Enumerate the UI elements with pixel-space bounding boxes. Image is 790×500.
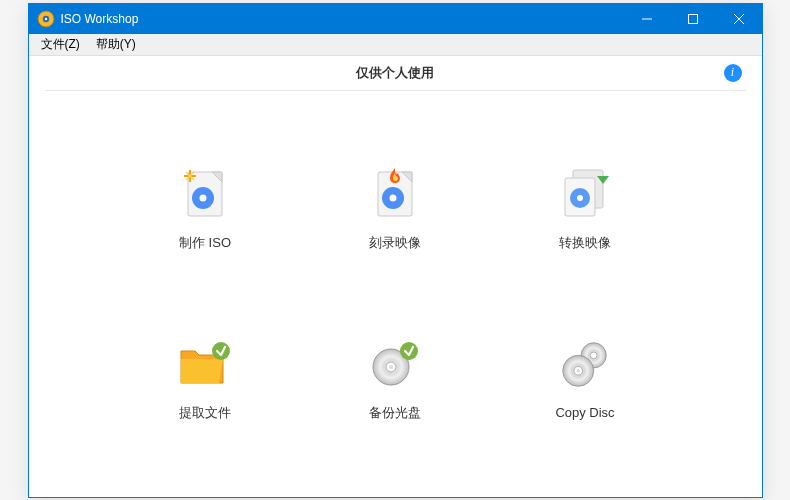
personal-use-notice: 仅供个人使用 <box>356 64 434 82</box>
minimize-button[interactable] <box>624 4 670 34</box>
maximize-button[interactable] <box>670 4 716 34</box>
tile-make-iso-label: 制作 ISO <box>179 234 231 252</box>
menu-help[interactable]: 帮助(Y) <box>88 34 144 55</box>
make-iso-icon <box>177 166 233 222</box>
menu-file[interactable]: 文件(Z) <box>33 34 88 55</box>
svg-point-24 <box>389 365 393 369</box>
tile-copy-disc-label: Copy Disc <box>555 405 614 420</box>
burn-image-icon <box>367 166 423 222</box>
svg-rect-4 <box>688 14 697 23</box>
info-icon[interactable]: i <box>724 64 742 82</box>
svg-point-20 <box>577 195 583 201</box>
tile-backup-disc-label: 备份光盘 <box>369 404 421 422</box>
tile-extract-files-label: 提取文件 <box>179 404 231 422</box>
svg-point-16 <box>390 194 397 201</box>
svg-point-30 <box>577 369 580 372</box>
titlebar: ISO Workshop <box>29 4 762 34</box>
tile-burn-image-label: 刻录映像 <box>369 234 421 252</box>
extract-files-icon <box>177 336 233 392</box>
tile-backup-disc[interactable]: 备份光盘 <box>320 314 470 444</box>
tile-make-iso[interactable]: 制作 ISO <box>130 144 280 274</box>
tile-copy-disc[interactable]: Copy Disc <box>510 314 660 444</box>
copy-disc-icon <box>557 337 613 393</box>
tile-extract-files[interactable]: 提取文件 <box>130 314 280 444</box>
app-icon <box>37 10 55 28</box>
close-button[interactable] <box>716 4 762 34</box>
tile-convert-image[interactable]: 转换映像 <box>510 144 660 274</box>
svg-point-9 <box>200 194 207 201</box>
header: 仅供个人使用 i <box>29 56 762 90</box>
backup-disc-icon <box>367 336 423 392</box>
convert-image-icon <box>557 166 613 222</box>
tile-burn-image[interactable]: 刻录映像 <box>320 144 470 274</box>
menubar: 文件(Z) 帮助(Y) <box>29 34 762 56</box>
svg-point-25 <box>400 342 418 360</box>
tile-grid: 制作 ISO 刻录映像 <box>29 91 762 497</box>
svg-point-21 <box>212 342 230 360</box>
tile-convert-image-label: 转换映像 <box>559 234 611 252</box>
svg-point-27 <box>590 352 597 359</box>
window-title: ISO Workshop <box>61 12 139 26</box>
app-window: ISO Workshop 文件(Z) 帮助(Y) 仅供个人使用 i <box>28 3 763 498</box>
svg-point-2 <box>44 17 46 19</box>
